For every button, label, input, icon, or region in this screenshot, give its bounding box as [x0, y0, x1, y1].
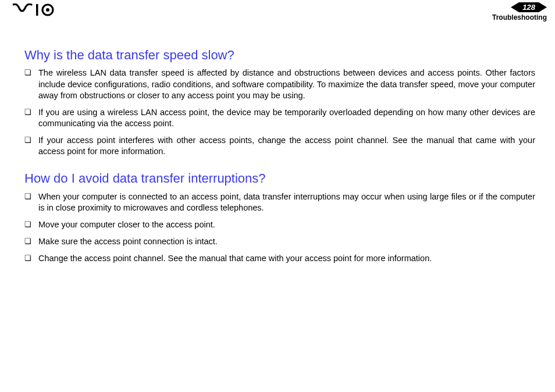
list-item: Change the access point channel. See the…	[24, 253, 535, 264]
heading-q2: How do I avoid data transfer interruptio…	[24, 171, 535, 186]
next-page-arrow-icon[interactable]	[539, 2, 547, 12]
svg-point-2	[46, 8, 49, 12]
heading-q1: Why is the data transfer speed slow?	[24, 48, 535, 63]
svg-marker-3	[511, 2, 519, 12]
list-item: If you are using a wireless LAN access p…	[24, 107, 535, 129]
svg-marker-4	[539, 2, 547, 12]
prev-page-arrow-icon[interactable]	[511, 2, 519, 12]
list-item: If your access point interferes with oth…	[24, 135, 535, 157]
svg-rect-0	[36, 4, 38, 16]
list-item: Move your computer closer to the access …	[24, 219, 535, 230]
page-content: Why is the data transfer speed slow? The…	[0, 34, 555, 264]
page-header: 128 Troubleshooting	[0, 0, 555, 34]
vaio-logo	[13, 3, 65, 16]
bullet-list-q1: The wireless LAN data transfer speed is …	[24, 67, 535, 157]
list-item: Make sure the access point connection is…	[24, 236, 535, 247]
page-number: 128	[519, 2, 539, 12]
page-navigation: 128 Troubleshooting	[492, 2, 547, 22]
bullet-list-q2: When your computer is connected to an ac…	[24, 191, 535, 265]
section-title: Troubleshooting	[492, 13, 547, 22]
list-item: The wireless LAN data transfer speed is …	[24, 67, 535, 101]
list-item: When your computer is connected to an ac…	[24, 191, 535, 213]
document-page: 128 Troubleshooting Why is the data tran…	[0, 0, 555, 392]
